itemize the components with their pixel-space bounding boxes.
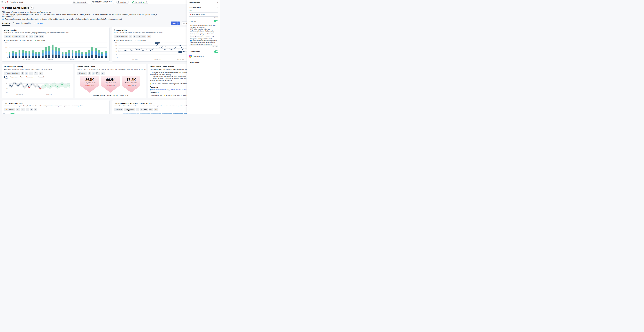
eco-state-badge: ON: [143, 2, 145, 3]
compare-button[interactable]: ▾: [142, 35, 146, 38]
legend-label: Waye Responsive — Wa...: [116, 40, 133, 41]
metric-pill-5-metrics[interactable]: 5 Metrics▾: [77, 72, 87, 75]
bell-icon: [118, 1, 119, 3]
widget-title: Visitor Insights: [4, 29, 108, 31]
visitor-insights-chart[interactable]: 30K20K10K025/08/202501/09/202508/09/2025…: [4, 42, 108, 61]
edit-board-button[interactable]: ✎: [30, 6, 34, 10]
legend-waye-u-ios[interactable]: Waye U iOS: [35, 40, 45, 41]
plus-button[interactable]: +: [26, 35, 28, 38]
funnel-bar: [10, 113, 14, 114]
legend-swatch: [4, 76, 5, 78]
date-range-comparison: 16 Jul 2025 - 14 Aug 2025: [94, 2, 112, 4]
close-icon[interactable]: ✕: [217, 2, 218, 4]
chevron-down-icon: ▾: [150, 36, 150, 37]
bar-segment: [102, 54, 103, 56]
gear-button[interactable]: ⚙▾: [154, 108, 158, 111]
filter-button[interactable]: [136, 108, 139, 111]
metric-pill-visitors[interactable]: Visitors▾: [4, 108, 15, 111]
legend-waye-responsive-wa[interactable]: Waye Responsive — Wa...: [114, 40, 133, 41]
filter-button[interactable]: [26, 108, 29, 111]
my-alerts-button[interactable]: My alerts ▾: [116, 1, 129, 4]
apps-menu-icon[interactable]: [2, 1, 3, 3]
legend-forecast[interactable]: Forecast: [36, 76, 44, 78]
metric-pill-visitors[interactable]: Visitors▾: [12, 35, 21, 38]
sites-selected-label: 3 sites selected: [76, 1, 86, 3]
tab-overview[interactable]: Overview: [2, 22, 10, 26]
plus-button[interactable]: +: [140, 108, 142, 111]
metric-pill-source[interactable]: Source▾: [114, 108, 123, 111]
plus-button[interactable]: +: [133, 35, 136, 38]
y-axis-label: 15K: [114, 48, 118, 49]
eco-friendly-toggle[interactable]: Eco-friendly ON ⓘ: [131, 1, 148, 4]
gear-button[interactable]: ⚙▾: [21, 108, 25, 111]
new-accounts-chart[interactable]: 10K8K6K4K!!01/09/202501/10/2025: [4, 79, 71, 96]
gear-button[interactable]: ⚙▾: [39, 72, 43, 75]
filter-button[interactable]: [22, 35, 25, 38]
metric-accent-bar: [5, 36, 5, 37]
chevron-down-icon: ▾: [42, 73, 42, 74]
filter-icon: [27, 109, 28, 111]
filter-button[interactable]: [21, 72, 24, 75]
legend-waye-u-android[interactable]: Waye U Android: [20, 40, 32, 41]
bar-segment: [65, 54, 67, 56]
plus-icon: +: [34, 22, 36, 24]
board-description-input[interactable]: This board offers an overview of our sit…: [189, 23, 218, 46]
resource-link[interactable]: 📘 View full methodology: [150, 89, 167, 90]
legend-label: Waye Responsive: [6, 40, 18, 41]
metric-label: Converted visitors: [125, 82, 137, 84]
save-dropdown-caret[interactable]: ▾: [177, 22, 180, 25]
compare-icon: [35, 36, 37, 37]
bar-segment: [68, 50, 70, 53]
sites-selector[interactable]: 3 sites selected ▾: [72, 1, 88, 4]
legend-waye-responsive[interactable]: Waye Responsive: [4, 40, 18, 41]
funnel-steps-button[interactable]: ▾: [16, 108, 20, 111]
legend-comparison[interactable]: Comparison: [136, 40, 146, 41]
widget-new-accounts-activity: New Accounts Activity Anomaly detection …: [2, 64, 73, 98]
bar-segment: [82, 56, 83, 58]
plus-button[interactable]: +: [30, 108, 33, 111]
new-page-button[interactable]: + New page: [34, 22, 44, 26]
custom-colors-toggle[interactable]: [214, 51, 218, 53]
dot-link-button[interactable]: [34, 108, 37, 111]
metric-pill-account-creations[interactable]: Account Creations▾: [4, 72, 20, 75]
tab-customer-demographics[interactable]: Customer demographics: [13, 22, 31, 26]
collapse-icon[interactable]: −: [218, 7, 218, 8]
legend-anomaly[interactable]: Anomaly: [26, 76, 33, 78]
chevron-down-icon[interactable]: ▾: [218, 62, 218, 63]
legend-waye-responsive-wa[interactable]: Waye Responsive — Wa...: [4, 76, 23, 78]
metric-pill-site[interactable]: Site▾: [4, 35, 11, 38]
date-range-selector[interactable]: 20 Aug 2025 - 18 Sept 2025 16 Jul 2025 -…: [90, 0, 114, 4]
compare-button[interactable]: ▾: [148, 108, 153, 111]
line-chart-button[interactable]: ▾: [136, 35, 141, 38]
palette-selector[interactable]: Piano Analytics ›: [189, 54, 218, 59]
info-icon[interactable]: ⓘ: [146, 1, 147, 3]
metric-pill-total-leads[interactable]: Total leads▾: [124, 108, 135, 111]
board-title-input[interactable]: Piano Demo Board: [189, 12, 218, 17]
compare-button[interactable]: ▾: [34, 72, 38, 75]
gear-button[interactable]: ⚙▾: [146, 35, 151, 38]
plus-button[interactable]: +: [25, 72, 28, 75]
gear-button[interactable]: ⚙▾: [101, 72, 105, 75]
table-button[interactable]: ▾: [96, 72, 100, 75]
plus-icon: +: [26, 72, 27, 74]
description-field-label: Description: [189, 20, 196, 22]
compare-button[interactable]: ▾: [34, 35, 38, 38]
chevron-down-icon: ▾: [121, 109, 122, 110]
chevron-down-icon: ▾: [112, 2, 113, 3]
metric-pill-engaged-visits[interactable]: Engaged Visits▾: [114, 35, 128, 38]
lead-generation-chart[interactable]: 400: [4, 113, 108, 114]
anomaly-button[interactable]: ▾: [29, 72, 33, 75]
chevron-down-icon: ▾: [19, 109, 20, 110]
gear-button[interactable]: ⚙▾: [39, 35, 44, 38]
metric-accent-bar: [78, 72, 78, 74]
bar-segment: [25, 56, 27, 58]
grid-button[interactable]: ▾: [144, 108, 148, 111]
column-chart-button[interactable]: ▾: [29, 35, 34, 38]
filter-button[interactable]: [88, 72, 91, 75]
pencil-icon[interactable]: ✎: [4, 1, 6, 3]
filter-button[interactable]: [129, 35, 132, 38]
delta-percent: -6.0%: [128, 85, 132, 86]
plus-button[interactable]: +: [92, 72, 95, 75]
save-button[interactable]: Save ▾: [171, 22, 180, 25]
description-toggle[interactable]: [214, 20, 218, 22]
